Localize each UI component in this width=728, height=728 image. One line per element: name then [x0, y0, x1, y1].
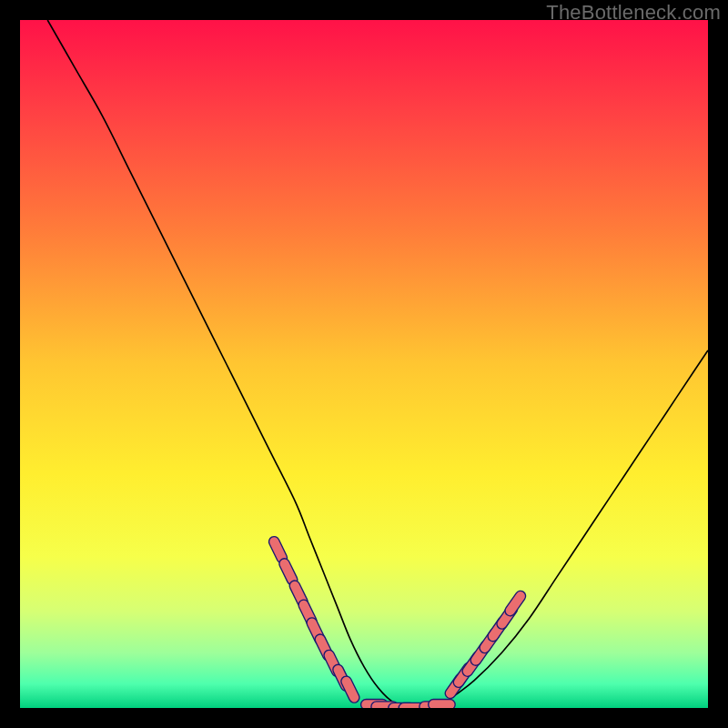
data-markers — [268, 535, 528, 708]
curve-layer — [20, 20, 708, 708]
chart-frame: TheBottleneck.com — [0, 0, 728, 728]
marker-pill — [429, 700, 455, 708]
plot-area — [20, 20, 708, 708]
bottleneck-curve — [47, 20, 708, 708]
